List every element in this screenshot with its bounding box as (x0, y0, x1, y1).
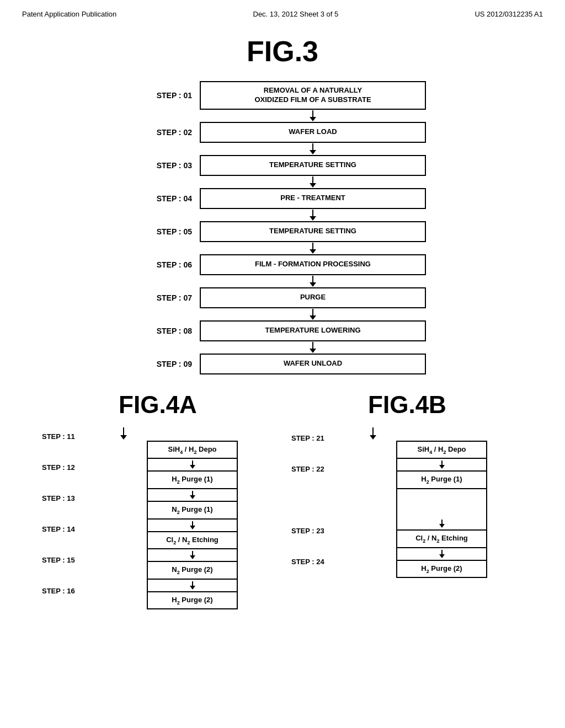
fig3-flowchart: STEP : 01 REMOVAL OF A NATURALLYOXIDIZED… (139, 81, 426, 374)
arrow-03 (139, 176, 426, 188)
header-date: Dec. 13, 2012 Sheet 3 of 5 (253, 10, 339, 18)
step-label-03: STEP : 03 (139, 161, 200, 170)
arrow-05 (139, 242, 426, 254)
fig4b-title: FIG.4B (291, 391, 523, 419)
flow-row-07: STEP : 07 PURGE (139, 287, 426, 308)
step-label-06: STEP : 06 (139, 260, 200, 269)
step-label-05: STEP : 05 (139, 227, 200, 236)
step-box-02: WAFER LOAD (200, 122, 426, 143)
step-label-07: STEP : 07 (139, 293, 200, 302)
step-label-04: STEP : 04 (139, 194, 200, 203)
step-box-07: PURGE (200, 287, 426, 308)
step-label-09: STEP : 09 (139, 360, 200, 368)
step-label-02: STEP : 02 (139, 128, 200, 137)
arrow-07 (139, 308, 426, 320)
flow-row-09: STEP : 09 WAFER UNLOAD (139, 354, 426, 374)
step-box-05: TEMPERATURE SETTING (200, 221, 426, 242)
step-label-01: STEP : 01 (139, 91, 200, 100)
fig4b: FIG.4B SiH4 / H2 Depo (291, 391, 523, 600)
header-patent: US 2012/0312235 A1 (475, 10, 543, 18)
flow-row-03: STEP : 03 TEMPERATURE SETTING (139, 155, 426, 176)
page-content: FIG.3 STEP : 01 REMOVAL OF A NATURALLYOX… (0, 18, 565, 611)
fig4a-title: FIG.4A (42, 391, 274, 419)
flow-row-08: STEP : 08 TEMPERATURE LOWERING (139, 320, 426, 341)
step-box-04: PRE - TREATMENT (200, 188, 426, 209)
arrow-04 (139, 209, 426, 221)
flow-row-04: STEP : 04 PRE - TREATMENT (139, 188, 426, 209)
flow-row-01: STEP : 01 REMOVAL OF A NATURALLYOXIDIZED… (139, 81, 426, 110)
flow-row-02: STEP : 02 WAFER LOAD (139, 122, 426, 143)
arrow-08 (139, 341, 426, 354)
step-box-09: WAFER UNLOAD (200, 354, 426, 374)
page-header: Patent Application Publication Dec. 13, … (0, 0, 565, 18)
arrow-06 (139, 275, 426, 287)
fig4-container: FIG.4A SiH4 / H2 Depo (33, 391, 532, 600)
header-publication: Patent Application Publication (22, 10, 116, 18)
arrow-02 (139, 143, 426, 155)
fig4a: FIG.4A SiH4 / H2 Depo (42, 391, 274, 600)
step-box-03: TEMPERATURE SETTING (200, 155, 426, 176)
arrow-01 (139, 110, 426, 122)
step-box-08: TEMPERATURE LOWERING (200, 320, 426, 341)
step-label-08: STEP : 08 (139, 326, 200, 335)
step-box-01: REMOVAL OF A NATURALLYOXIDIZED FILM OF A… (200, 81, 426, 110)
flow-row-05: STEP : 05 TEMPERATURE SETTING (139, 221, 426, 242)
step-box-06: FILM - FORMATION PROCESSING (200, 254, 426, 275)
flow-row-06: STEP : 06 FILM - FORMATION PROCESSING (139, 254, 426, 275)
fig3-title: FIG.3 (33, 35, 532, 68)
